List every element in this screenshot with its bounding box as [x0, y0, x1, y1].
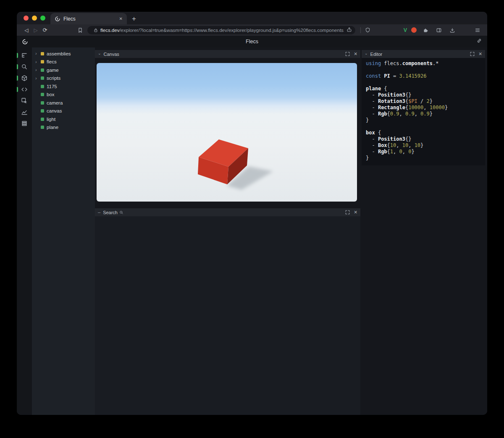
share-icon[interactable]: [346, 26, 352, 34]
shield-icon[interactable]: [363, 27, 373, 33]
editor-column: ⌄ Editor ✕ using flecs.components.* cons…: [362, 50, 485, 415]
tree-item-scripts[interactable]: ›scripts: [32, 74, 95, 83]
reload-button[interactable]: ⟳: [40, 27, 50, 33]
vimium-extension-icon[interactable]: V: [404, 27, 407, 33]
tab-title: Flecs: [63, 16, 116, 22]
code-line: - Rectangle{10000, 10000}: [366, 105, 481, 111]
rail-button-search[interactable]: [17, 61, 32, 72]
editor-code[interactable]: using flecs.components.* const PI = 3.14…: [362, 58, 485, 165]
browser-window: Flecs ✕ + ◁ ▷ ⟳ flecs.dev /explorer/?loc…: [17, 12, 487, 415]
code-icon: [21, 86, 28, 93]
puzzle-extensions-icon[interactable]: [421, 27, 430, 33]
rail-button-cube[interactable]: [17, 72, 32, 84]
canvas-panel-header[interactable]: ⌄ Canvas ✕: [95, 50, 360, 58]
entity-color-swatch: [41, 85, 44, 88]
search-panel: – Search ✕: [95, 208, 360, 415]
forward-button[interactable]: ▷: [31, 27, 40, 33]
close-icon[interactable]: ✕: [354, 52, 357, 56]
code-line: plane {: [366, 86, 481, 92]
expand-icon[interactable]: [345, 52, 350, 56]
rail-button-code[interactable]: [17, 84, 32, 95]
code-line: [366, 79, 481, 86]
tree-item-light[interactable]: light: [32, 115, 95, 123]
expand-arrow-icon[interactable]: ›: [35, 68, 38, 72]
rail-button-chart[interactable]: [17, 106, 32, 118]
downloads-icon[interactable]: [448, 27, 457, 33]
new-tab-button[interactable]: +: [132, 15, 136, 22]
tab-close-icon[interactable]: ✕: [118, 16, 123, 22]
entity-color-swatch: [41, 109, 44, 113]
cube-icon: [21, 75, 28, 81]
expand-arrow-icon[interactable]: ›: [35, 60, 38, 64]
entity-label: camera: [47, 100, 63, 105]
window-controls: [17, 12, 50, 24]
entity-label: game: [47, 68, 59, 73]
main-area: ⌄ Canvas ✕: [95, 47, 487, 415]
tree-item-plane[interactable]: plane: [32, 123, 95, 132]
3d-viewport[interactable]: [97, 63, 357, 202]
search-panel-header[interactable]: – Search ✕: [95, 208, 360, 216]
tree-item-flecs[interactable]: ›flecs: [32, 58, 95, 66]
search-glass-icon: [119, 210, 123, 215]
icon-rail: [17, 47, 32, 415]
tree-item-assemblies[interactable]: ›assemblies: [32, 50, 95, 58]
tree-item-canvas[interactable]: canvas: [32, 107, 95, 115]
entity-label: canvas: [47, 108, 62, 113]
url-path: /explorer/?local=true&wasm=https://www.f…: [119, 28, 344, 33]
active-indicator: [17, 53, 18, 58]
close-icon[interactable]: ✕: [478, 52, 482, 56]
entity-color-swatch: [41, 52, 44, 55]
browser-tab[interactable]: Flecs ✕: [50, 13, 127, 24]
active-indicator: [17, 64, 18, 69]
tree-item-box[interactable]: box: [32, 91, 95, 99]
collapse-dash-icon[interactable]: –: [98, 210, 100, 215]
tree-item-1175[interactable]: 1175: [32, 82, 95, 91]
tree-item-camera[interactable]: camera: [32, 99, 95, 107]
desktop-background: Flecs ✕ + ◁ ▷ ⟳ flecs.dev /explorer/?loc…: [0, 0, 504, 438]
chevron-down-icon[interactable]: ⌄: [98, 52, 101, 55]
app-body: ›assemblies›flecs›game›scripts1175boxcam…: [17, 47, 487, 415]
code-line: - Position3{}: [366, 92, 481, 98]
rail-button-rows[interactable]: [17, 118, 32, 129]
entity-color-swatch: [41, 76, 44, 80]
address-bar[interactable]: flecs.dev /explorer/?local=true&wasm=htt…: [87, 26, 355, 34]
entity-label: scripts: [47, 76, 60, 81]
rail-button-hierarchy[interactable]: [17, 50, 32, 61]
code-line: - Position3{}: [366, 136, 481, 142]
code-line: - Rotation3{$PI / 2}: [366, 98, 481, 105]
tree-item-game[interactable]: ›game: [32, 66, 95, 74]
entity-label: assemblies: [47, 51, 71, 56]
close-icon[interactable]: ✕: [354, 210, 357, 215]
side-panel-icon[interactable]: [434, 27, 444, 33]
close-window-button[interactable]: [24, 16, 29, 21]
active-indicator: [17, 87, 18, 92]
canvas-column: ⌄ Canvas ✕: [95, 50, 360, 415]
chevron-down-icon[interactable]: ⌄: [365, 52, 368, 55]
entity-color-swatch: [41, 126, 44, 129]
browser-toolbar: ◁ ▷ ⟳ flecs.dev /explorer/?local=true&wa…: [17, 24, 487, 36]
orange-extension-icon[interactable]: [411, 27, 417, 33]
entity-color-swatch: [41, 93, 44, 96]
back-button[interactable]: ◁: [22, 27, 31, 33]
menu-icon[interactable]: [473, 27, 482, 33]
entity-label: 1175: [47, 84, 57, 89]
editor-panel-header[interactable]: ⌄ Editor ✕: [362, 50, 485, 58]
bookmark-icon[interactable]: [76, 27, 85, 33]
expand-icon[interactable]: [470, 52, 475, 56]
code-line: const PI = 3.1415926: [366, 73, 481, 79]
canvas-panel-body: [95, 58, 360, 208]
flecs-explorer-app: Flecs: [17, 36, 487, 415]
expand-arrow-icon[interactable]: ›: [35, 76, 38, 81]
entity-label: box: [47, 92, 55, 97]
expand-arrow-icon[interactable]: ›: [35, 51, 38, 56]
canvas-panel: ⌄ Canvas ✕: [95, 50, 360, 208]
minimize-window-button[interactable]: [32, 16, 37, 21]
hierarchy-icon: [21, 52, 28, 59]
panel-title: Editor: [370, 52, 383, 57]
editor-panel: ⌄ Editor ✕ using flecs.components.* cons…: [362, 50, 485, 165]
search-panel-body: [95, 216, 360, 415]
expand-icon[interactable]: [345, 210, 350, 215]
extension-buttons: V: [404, 27, 482, 33]
rail-button-inspect[interactable]: [17, 95, 32, 106]
zoom-window-button[interactable]: [40, 16, 45, 21]
